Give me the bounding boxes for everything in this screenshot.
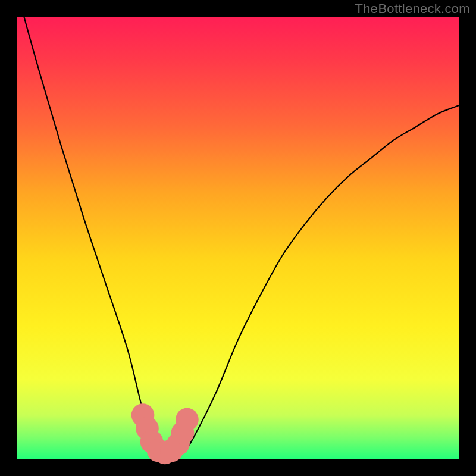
highlight-dot — [176, 408, 199, 431]
chart-plot — [17, 17, 459, 459]
chart-frame: TheBottleneck.com — [0, 0, 476, 476]
watermark-text: TheBottleneck.com — [355, 1, 470, 17]
heatmap-background — [17, 17, 459, 459]
